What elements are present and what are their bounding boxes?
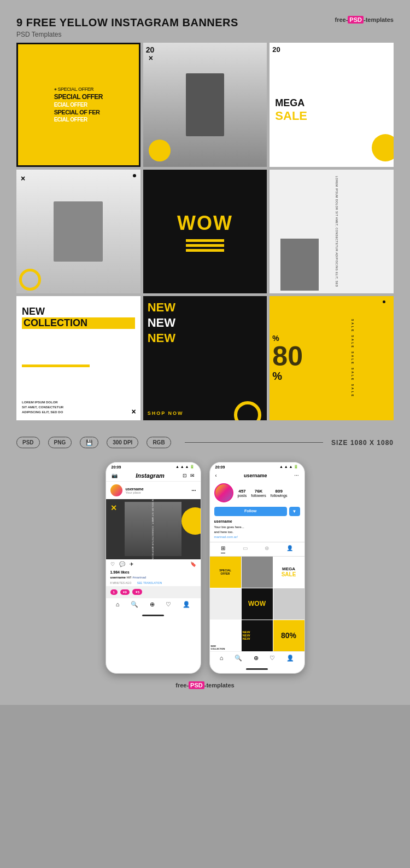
- header-left: 9 FREE YELLOW INSTAGRAM BANNERS PSD Temp…: [16, 16, 238, 38]
- time-ago: 8 MINUTES AGO: [110, 581, 132, 585]
- phone1-more-icon[interactable]: ···: [191, 488, 196, 494]
- banner8-new-stack: NEW NEW NEW: [148, 300, 263, 345]
- phone2-follow-row: Follow ▼: [210, 505, 304, 518]
- nav2-home-icon[interactable]: ⌂: [220, 655, 224, 662]
- banner2-yellow-circle: [149, 140, 171, 161]
- banner2-num: 20: [146, 45, 155, 54]
- share-icon-2[interactable]: ✈: [130, 562, 134, 567]
- banner5-lines: [186, 239, 224, 252]
- nav-add-icon[interactable]: ⊕: [150, 601, 155, 608]
- format-png: PNG: [48, 437, 72, 448]
- phone2-mockup: 20:09 ▲ ▲ ▲ 🔋 ‹ username ··· 457 posts: [209, 462, 305, 674]
- phone1-likes: 1.984 likes: [106, 569, 201, 575]
- banner6-side-text: LOREM IPSUM DOLOR SIT AMET, CONSECTETUR …: [335, 176, 338, 287]
- back-icon[interactable]: ‹: [215, 473, 217, 478]
- banner7-x: ×: [131, 407, 136, 416]
- thumb-2: [242, 557, 273, 588]
- format-section: PSD PNG 💾 300 DPI RGB SIZE 1080 X 1080: [16, 431, 394, 454]
- see-translation[interactable]: SEE TRANSLATION: [137, 581, 162, 585]
- banner8-new1: NEW: [148, 300, 263, 315]
- banner7-new-label: NEW: [22, 306, 135, 317]
- phone1-header-icons: ⊡ ✉: [183, 473, 195, 478]
- footer-psd-badge: PSD: [189, 681, 204, 689]
- nav-search-icon[interactable]: 🔍: [131, 601, 138, 608]
- thumb-4: [210, 588, 241, 620]
- banner-wow: WOW: [143, 170, 267, 294]
- thumb5-wow: WOW: [248, 600, 266, 607]
- nav2-add-icon[interactable]: ⊕: [254, 655, 259, 662]
- thumb3-sale: SALE: [282, 571, 296, 577]
- phone2-bio: username Your bio goes here... and here …: [210, 518, 304, 542]
- thumb1-text: SPECIALOFFER: [219, 569, 231, 575]
- bio-link[interactable]: marinad.com.ar/: [214, 535, 300, 540]
- nav2-search-icon[interactable]: 🔍: [235, 655, 242, 662]
- stat-following-label: followings: [271, 494, 288, 497]
- nav-profile-icon[interactable]: 👤: [183, 601, 190, 608]
- phone2-header: ‹ username ···: [210, 470, 304, 481]
- tab-person-icon[interactable]: 👤: [286, 545, 293, 553]
- notif-badge-1: 1: [110, 589, 118, 595]
- stat-posts-num: 457: [238, 489, 245, 494]
- offer-line-5: ECIAL OFFER: [54, 117, 103, 123]
- banner-special-offer: ● SPECIAL OFFER SPECIAL OFFER ECIAL OFFE…: [16, 43, 140, 167]
- phone2-avatar: [214, 483, 233, 502]
- format-size: SIZE 1080 X 1080: [331, 439, 394, 447]
- tab-grid-icon[interactable]: ⊞: [221, 545, 225, 553]
- phone2-status-bar: 20:09 ▲ ▲ ▲ 🔋: [210, 462, 304, 470]
- tab-list-icon[interactable]: ▭: [243, 545, 248, 553]
- bookmark-icon[interactable]: 🔖: [190, 562, 196, 567]
- thumb-6: [273, 588, 304, 620]
- camera-icon[interactable]: 📷: [112, 473, 118, 478]
- nav2-profile-icon[interactable]: 👤: [286, 655, 294, 662]
- offer-text-block: ● SPECIAL OFFER SPECIAL OFFER ECIAL OFFE…: [54, 86, 103, 123]
- page-header: 9 FREE YELLOW INSTAGRAM BANNERS PSD Temp…: [16, 16, 394, 38]
- message-icon[interactable]: ✉: [190, 473, 195, 478]
- thumb-8: NEW NEW NEW: [242, 620, 273, 651]
- stat-following: 809 followings: [271, 489, 288, 497]
- heart-icon[interactable]: ♡: [110, 562, 115, 567]
- post-side-text: LOREM IPSUM DOLOR SIT AMET, CONSECTETUR …: [151, 499, 154, 559]
- banner6-person: [280, 239, 319, 291]
- phone2-more-icon[interactable]: ···: [294, 472, 298, 478]
- phone1-nav: ⌂ 🔍 ⊕ ♡ 👤: [106, 598, 201, 612]
- thumb7-text: NEWCOLLECTION: [211, 645, 240, 650]
- banner9-side-sale: SALE SALE SALE SALE SALE: [351, 319, 354, 398]
- phone2-photo-grid: SPECIALOFFER MEGA SALE WOW NEWCOLLECTION…: [210, 557, 304, 651]
- post-x-mark: ✕: [110, 504, 117, 512]
- bio-username: username: [214, 519, 300, 525]
- nav-heart-icon[interactable]: ♡: [166, 601, 171, 608]
- stat-posts-label: posts: [238, 494, 247, 497]
- tab-tag-icon[interactable]: ⊛: [265, 545, 269, 553]
- banner9-eighty: 80: [272, 343, 303, 370]
- thumb-9: 80%: [273, 620, 304, 651]
- banner5-line1: [186, 239, 224, 242]
- thumb8-new3: NEW: [243, 637, 272, 640]
- follow-dropdown-icon[interactable]: ▼: [289, 507, 300, 516]
- phone2-stats: 457 posts 76K followers 809 followings: [238, 489, 288, 497]
- caption-username: username: [110, 576, 127, 579]
- format-save-icon: 💾: [80, 437, 98, 448]
- banner-grid: ● SPECIAL OFFER SPECIAL OFFER ECIAL OFFE…: [16, 43, 394, 420]
- phone1-avatar: [110, 484, 122, 496]
- phone1-actions: ♡ 💬 ✈ 🔖: [106, 559, 201, 569]
- nav-home-icon[interactable]: ⌂: [116, 601, 120, 608]
- format-psd: PSD: [16, 437, 40, 448]
- banner7-lorem: LOREM IPSUM DOLORSIT AMET, CONSECTETURAD…: [22, 400, 135, 415]
- phone1-post-image: ✕ LOREM IPSUM DOLOR SIT AMET, CONSECTETU…: [106, 499, 201, 559]
- thumb9-80: 80%: [281, 631, 296, 640]
- banner6-bg: [270, 170, 394, 294]
- share-icon[interactable]: ⊡: [183, 473, 187, 478]
- follow-button[interactable]: Follow: [214, 507, 287, 516]
- banner3-mega: MEGA: [275, 97, 304, 109]
- thumb-5: WOW: [242, 588, 273, 620]
- phone1-user-info: username Your place: [126, 487, 144, 494]
- offer-line-3: ECIAL OFFER: [54, 102, 103, 108]
- nav2-heart-icon[interactable]: ♡: [270, 655, 275, 662]
- thumb3-mega: MEGA: [282, 566, 295, 571]
- bio-line2: and here too.: [214, 530, 300, 535]
- comment-icon[interactable]: 💬: [119, 562, 125, 567]
- phone1-signal: ▲ ▲ ▲ 🔋: [175, 465, 195, 469]
- caption-text: Hi!!: [127, 576, 133, 579]
- header-logo: free-PSD-templates: [335, 16, 394, 23]
- banner3-circle: [372, 134, 394, 161]
